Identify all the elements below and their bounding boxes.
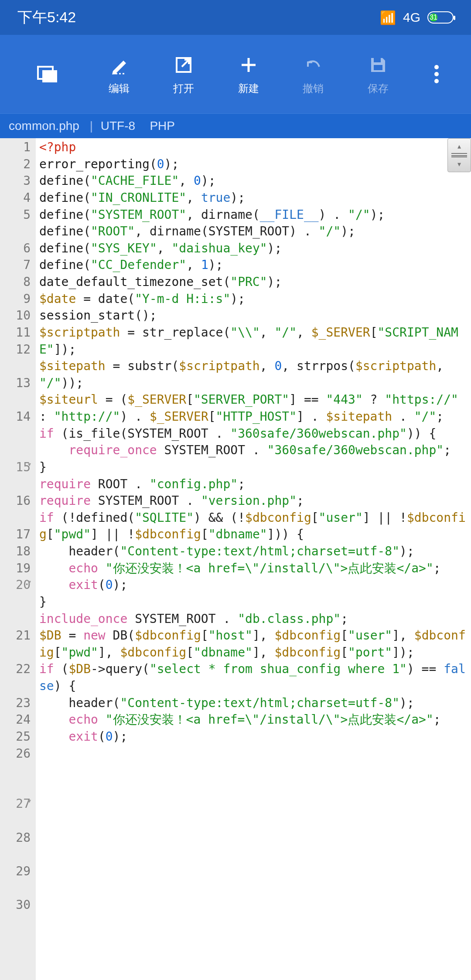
battery-icon: 31: [427, 11, 454, 24]
status-bar: 下午5:42 📶 4G 31: [0, 0, 471, 35]
new-button[interactable]: 新建: [216, 53, 281, 95]
svg-point-6: [434, 72, 439, 76]
battery-level: 31: [430, 14, 437, 21]
open-button[interactable]: 打开: [151, 53, 216, 95]
edit-label: 编辑: [109, 82, 130, 95]
edit-button[interactable]: 编辑: [86, 53, 151, 95]
code-content[interactable]: <?phperror_reporting(0);define("CACHE_FI…: [36, 138, 471, 980]
separator: |: [90, 119, 93, 133]
editor-area[interactable]: 12345 6789101112 13 14 15 16 17181920 21…: [0, 138, 471, 980]
documents-button[interactable]: [9, 62, 86, 86]
svg-point-5: [434, 65, 439, 69]
encoding-label: UTF-8: [101, 119, 135, 133]
documents-icon: [35, 62, 60, 86]
svg-rect-1: [42, 70, 57, 82]
open-label: 打开: [173, 82, 194, 95]
svg-rect-4: [374, 65, 382, 70]
language-label: PHP: [150, 119, 175, 133]
plus-icon: [236, 53, 261, 77]
more-icon: [424, 62, 449, 86]
file-tab-bar[interactable]: common.php | UTF-8 PHP: [0, 113, 471, 138]
new-label: 新建: [238, 82, 259, 95]
save-button[interactable]: 保存: [346, 53, 411, 95]
fast-scroll-handle[interactable]: [447, 138, 471, 172]
svg-rect-3: [374, 58, 381, 62]
status-right: 📶 4G 31: [380, 10, 454, 25]
save-icon: [366, 53, 390, 77]
line-number-gutter: 12345 6789101112 13 14 15 16 17181920 21…: [0, 138, 36, 980]
network-label: 4G: [403, 10, 420, 25]
undo-button[interactable]: 撤销: [281, 53, 346, 95]
undo-icon: [301, 53, 325, 77]
filename-label: common.php: [9, 119, 79, 133]
more-button[interactable]: [410, 62, 462, 86]
undo-label: 撤销: [303, 82, 324, 95]
status-time: 下午5:42: [17, 7, 76, 27]
svg-point-7: [434, 79, 439, 83]
open-icon: [171, 53, 196, 77]
pencil-icon: [107, 53, 131, 77]
signal-icon: 📶: [380, 10, 396, 25]
save-label: 保存: [368, 82, 389, 95]
toolbar: 编辑 打开 新建 撤销 保存: [0, 35, 471, 113]
